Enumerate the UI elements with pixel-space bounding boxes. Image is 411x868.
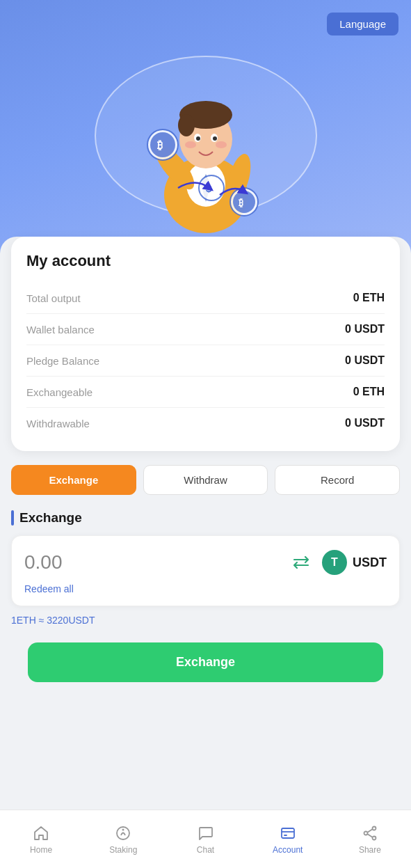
- tab-withdraw[interactable]: Withdraw: [143, 465, 268, 495]
- swap-icon-wrap: [289, 550, 314, 575]
- nav-account[interactable]: Account: [247, 810, 329, 868]
- svg-point-11: [216, 141, 227, 148]
- account-icon: [279, 824, 297, 842]
- usdt-token: T USDT: [322, 550, 387, 575]
- bottom-nav: Home Staking Chat Account: [0, 810, 411, 868]
- exchangeable-label: Exchangeable: [26, 386, 92, 398]
- nav-share[interactable]: Share: [329, 810, 411, 868]
- svg-point-23: [122, 828, 124, 830]
- nav-share-label: Share: [359, 845, 381, 855]
- nav-chat[interactable]: Chat: [164, 810, 246, 868]
- svg-line-31: [367, 834, 372, 837]
- tab-record[interactable]: Record: [275, 465, 400, 495]
- svg-point-28: [364, 831, 367, 835]
- account-row-wallet-balance: Wallet balance 0 USDT: [26, 314, 385, 345]
- svg-point-29: [372, 836, 376, 839]
- exchange-submit-button[interactable]: Exchange: [28, 642, 383, 682]
- svg-point-10: [185, 141, 196, 148]
- pledge-balance-label: Pledge Balance: [26, 355, 99, 367]
- nav-home-label: Home: [30, 845, 52, 855]
- svg-point-27: [372, 826, 376, 830]
- section-bar: [11, 510, 14, 526]
- account-card-title: My account: [26, 252, 385, 270]
- character-svg: ₿ $ ₿: [136, 56, 275, 237]
- exchange-amount: 0.00: [24, 551, 280, 574]
- account-row-pledge-balance: Pledge Balance 0 USDT: [26, 345, 385, 377]
- language-button[interactable]: Language: [327, 13, 398, 35]
- exchange-input-row: 0.00 T USDT: [24, 550, 387, 575]
- account-row-total-output: Total output 0 ETH: [26, 283, 385, 314]
- home-icon: [32, 824, 50, 842]
- nav-chat-label: Chat: [197, 845, 214, 855]
- pledge-balance-value: 0 USDT: [345, 354, 385, 367]
- wallet-balance-value: 0 USDT: [345, 323, 385, 336]
- svg-text:₿: ₿: [157, 139, 163, 151]
- nav-account-label: Account: [273, 845, 303, 855]
- svg-point-20: [233, 191, 255, 213]
- svg-point-9: [213, 136, 217, 141]
- account-card: My account Total output 0 ETH Wallet bal…: [11, 237, 400, 451]
- chat-icon: [197, 824, 215, 842]
- svg-line-30: [367, 829, 372, 833]
- account-row-exchangeable: Exchangeable 0 ETH: [26, 377, 385, 408]
- swap-icon: [289, 550, 314, 575]
- staking-icon: [114, 824, 132, 842]
- nav-staking[interactable]: Staking: [82, 810, 164, 868]
- nav-home[interactable]: Home: [0, 810, 82, 868]
- usdt-label: USDT: [353, 555, 387, 570]
- redeem-all-link[interactable]: Redeem all: [24, 583, 387, 594]
- hero-illustration: ₿ $ ₿: [88, 42, 324, 237]
- svg-text:₿: ₿: [239, 197, 243, 208]
- svg-rect-24: [282, 828, 294, 838]
- main-content: My account Total output 0 ETH Wallet bal…: [0, 237, 411, 766]
- exchange-section-title: Exchange: [19, 510, 82, 526]
- svg-point-15: [150, 132, 175, 157]
- account-row-withdrawable: Withdrawable 0 USDT: [26, 408, 385, 439]
- share-icon: [361, 824, 379, 842]
- tab-section: Exchange Withdraw Record: [11, 465, 400, 495]
- exchange-card: 0.00 T USDT Redeem all: [11, 535, 400, 606]
- tab-exchange[interactable]: Exchange: [11, 465, 136, 495]
- withdrawable-value: 0 USDT: [345, 417, 385, 429]
- exchange-rate: 1ETH ≈ 3220USDT: [11, 615, 400, 626]
- nav-staking-label: Staking: [109, 845, 137, 855]
- withdrawable-label: Withdrawable: [26, 418, 90, 429]
- wallet-balance-label: Wallet balance: [26, 324, 95, 336]
- usdt-circle-icon: T: [322, 550, 347, 575]
- svg-point-5: [178, 114, 195, 136]
- total-output-value: 0 ETH: [353, 292, 385, 304]
- exchange-section-title-row: Exchange: [11, 510, 400, 526]
- svg-point-8: [196, 136, 200, 141]
- exchangeable-value: 0 ETH: [353, 386, 385, 398]
- total-output-label: Total output: [26, 292, 81, 304]
